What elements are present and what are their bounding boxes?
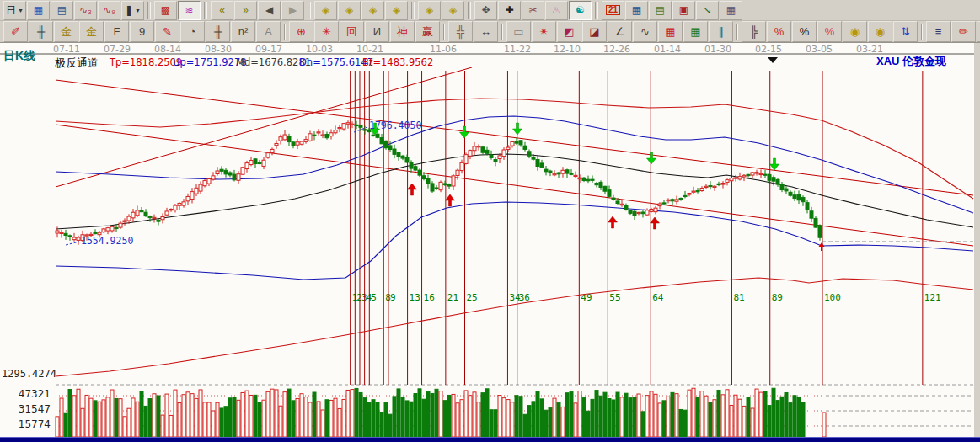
expand-view-button[interactable]: ◈ — [442, 1, 464, 20]
fan-box-1-button[interactable]: ◩ — [557, 21, 581, 42]
zoom-out-left-button[interactable]: ◈ — [314, 1, 337, 20]
ruler-fence-button[interactable]: ╫ — [29, 21, 53, 42]
percent-zone-button[interactable]: % — [767, 21, 791, 42]
notes-icon: ▤ — [656, 5, 665, 15]
zigzag-button[interactable]: ∿ — [633, 21, 657, 42]
date-tick: 11-06 — [430, 44, 457, 55]
smart-brain-button[interactable]: ☯ — [569, 1, 592, 20]
double-a-button[interactable]: A — [977, 21, 980, 42]
angle-lines-button[interactable]: ∠ — [608, 21, 632, 42]
period-dropdown-button[interactable]: 日▼ — [3, 1, 26, 20]
date-tick: 01-30 — [704, 44, 731, 55]
cut-tool-button[interactable]: ✂ — [522, 1, 544, 20]
tri-lines-button[interactable]: ≡ — [926, 21, 951, 42]
crosshair-icon: ✚ — [505, 5, 513, 15]
flask-tool-button[interactable]: ♨ — [545, 1, 568, 20]
ying-tool-button[interactable]: 赢 — [415, 21, 440, 42]
calendar-button[interactable]: 21 — [602, 1, 624, 20]
pen-2-button[interactable]: ✏ — [951, 21, 976, 42]
indicator-grid-button[interactable]: ▩ — [154, 1, 177, 20]
fib-fence-f-button[interactable]: F — [104, 21, 129, 42]
fan-box-2-button[interactable]: ◪ — [582, 21, 607, 42]
gann-square-button[interactable]: 回 — [340, 21, 364, 42]
next-bar-button[interactable]: ▶ — [281, 1, 304, 20]
gann-target-button[interactable]: ⊕ — [289, 21, 313, 42]
gold-circle-2-icon: ◉ — [876, 26, 885, 37]
crosshair-button[interactable]: ✚ — [498, 1, 521, 20]
date-tick: 11-22 — [504, 44, 531, 55]
pan-view-button[interactable]: ◈ — [418, 1, 441, 20]
prev-bar-button[interactable]: ◀ — [258, 1, 281, 20]
calculator-button[interactable]: ▦ — [625, 1, 648, 20]
save-button[interactable]: ▣ — [672, 1, 695, 20]
shen-tool-button[interactable]: 神 — [390, 21, 415, 42]
width-measure-button[interactable]: ↔ — [474, 21, 498, 42]
select-a-button[interactable]: A — [256, 21, 281, 42]
fence-9-button[interactable]: 9 — [130, 21, 154, 42]
volume-scale-2: 31547 — [0, 403, 51, 415]
updown-arrows-button[interactable]: ⇅ — [893, 21, 918, 42]
drag-hand-button[interactable]: ✥ — [474, 1, 497, 20]
fib-day-number: 16 — [424, 292, 435, 303]
horizontal-scrollbar[interactable] — [0, 437, 980, 442]
indicator-grid-icon: ▩ — [161, 5, 170, 15]
percent-line-icon: % — [825, 26, 835, 37]
toolbar-separator — [921, 24, 923, 40]
window-tile-button[interactable]: ▦ — [27, 1, 50, 20]
select-a-icon: A — [265, 26, 272, 37]
kline-mini-9-button[interactable]: ∿₉ — [98, 1, 120, 20]
cycle-circle-button[interactable]: ◔ — [180, 21, 205, 42]
ruler-fence-2-button[interactable]: ╫ — [206, 21, 230, 42]
jump-last-button[interactable]: » — [234, 1, 257, 20]
parallel-lines-button[interactable]: ∥ — [709, 21, 733, 42]
zoom-horizontal-button[interactable]: ◈ — [361, 1, 384, 20]
export-data-button[interactable]: ↘ — [696, 1, 719, 20]
symbol-label[interactable]: XAU 伦敦金现 — [876, 54, 946, 69]
chart-canvas[interactable]: 12345891316212534364955648189100121 — [0, 43, 980, 437]
window-tile-icon: ▦ — [34, 5, 43, 15]
gann-web-button[interactable]: ✳ — [314, 21, 339, 42]
expand-view-icon: ◈ — [449, 5, 457, 15]
kline-mini-3-button[interactable]: ∿₃ — [74, 1, 97, 20]
price-ruler-button[interactable]: ╠ — [742, 21, 766, 42]
price-ruler-icon: ╠ — [750, 26, 758, 37]
gold-fence-1-button[interactable]: 金 — [54, 21, 78, 42]
candle-style-button[interactable]: ❚▼ — [121, 1, 144, 20]
zoom-out-right-button[interactable]: ◈ — [338, 1, 361, 20]
date-tick: 10-03 — [306, 44, 333, 55]
fib-day-number: 64 — [652, 292, 664, 303]
percent-line-button[interactable]: % — [817, 21, 842, 42]
notes-button[interactable]: ▤ — [649, 1, 672, 20]
gann-square-icon: 回 — [346, 26, 357, 37]
gold-circle-2-button[interactable]: ◉ — [868, 21, 892, 42]
toolbar-separator — [501, 24, 503, 40]
fib-day-number: 9 — [390, 292, 396, 303]
period-label[interactable]: 日K线 — [3, 49, 35, 64]
jump-first-button[interactable]: « — [211, 1, 233, 20]
toolbar-separator — [468, 2, 471, 19]
grid-red-button[interactable]: ▦ — [658, 21, 683, 42]
box-tool-button[interactable]: ▭ — [506, 21, 531, 42]
percent-button[interactable]: % — [792, 21, 817, 42]
indicator-name[interactable]: 极反通道 — [55, 56, 99, 71]
gold-circle-1-button[interactable]: ◉ — [843, 21, 867, 42]
grid-green-button[interactable]: ▦ — [683, 21, 708, 42]
color-volume-button[interactable]: ≋ — [178, 1, 201, 20]
draw-pen-button[interactable]: ✎ — [155, 21, 179, 42]
ray-fan-button[interactable]: ✴ — [532, 21, 556, 42]
draw-pointer-button[interactable]: ✐ — [3, 21, 28, 42]
price-marker-low: 1554.9250 — [81, 235, 133, 247]
zoom-out-left-icon: ◈ — [322, 5, 329, 15]
zoom-fit-button[interactable]: ◈ — [385, 1, 408, 20]
zigzag-icon: ∿ — [640, 26, 650, 37]
wave-mark-button[interactable]: И — [365, 21, 389, 42]
print-button[interactable]: ▦ — [720, 1, 742, 20]
quote-list-button[interactable]: ▤ — [51, 1, 73, 20]
chart-region: 12345891316212534364955648189100121 07-1… — [0, 43, 980, 437]
cut-tool-icon: ✂ — [528, 5, 537, 15]
gold-fence-2-button[interactable]: 金 — [79, 21, 104, 42]
grid-measure-button[interactable]: ╬ — [448, 21, 473, 42]
toolbar-separator — [204, 2, 207, 19]
n-squared-button[interactable]: n² — [231, 21, 255, 42]
draw-pen-icon: ✎ — [163, 26, 172, 37]
